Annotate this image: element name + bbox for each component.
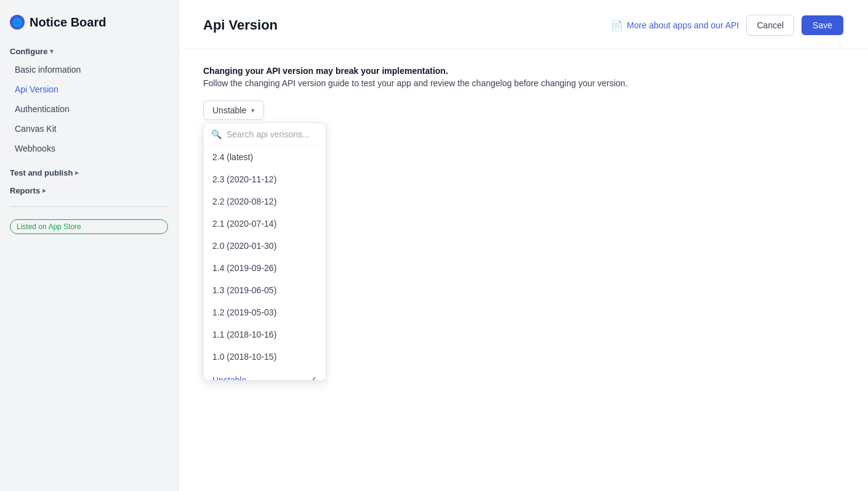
version-list-item[interactable]: 2.0 (2020-01-30) bbox=[204, 235, 326, 257]
search-icon: 🔍 bbox=[211, 129, 222, 139]
header-actions: 📄 More about apps and our API Cancel Sav… bbox=[611, 15, 843, 36]
chevron-down-icon: ▾ bbox=[50, 47, 54, 55]
version-list: 2.4 (latest)2.3 (2020-11-12)2.2 (2020-08… bbox=[204, 146, 326, 380]
main-body: Changing your API version may break your… bbox=[179, 49, 868, 137]
search-container: 🔍 bbox=[204, 123, 326, 146]
version-dropdown-trigger[interactable]: Unstable ▾ bbox=[203, 100, 264, 120]
warning-text: Changing your API version may break your… bbox=[203, 66, 843, 76]
save-button[interactable]: Save bbox=[802, 15, 843, 35]
sub-text: Follow the changing API version guide to… bbox=[203, 78, 843, 88]
chevron-right-icon: ▸ bbox=[75, 169, 79, 177]
cancel-button[interactable]: Cancel bbox=[746, 15, 794, 36]
sidebar-item-canvas-kit[interactable]: Canvas Kit bbox=[0, 119, 178, 139]
app-store-badge: Listed on App Store bbox=[10, 219, 168, 234]
version-list-item[interactable]: 1.1 (2018-10-16) bbox=[204, 323, 326, 346]
version-list-item[interactable]: 2.1 (2020-07-14) bbox=[204, 213, 326, 235]
sidebar-divider bbox=[10, 206, 168, 207]
page-title: Api Version bbox=[203, 17, 278, 33]
version-list-item[interactable]: 1.3 (2019-06-05) bbox=[204, 279, 326, 301]
version-list-item[interactable]: 1.0 (2018-10-15) bbox=[204, 346, 326, 368]
sidebar-item-basic-information[interactable]: Basic information bbox=[0, 60, 178, 79]
version-list-item[interactable]: 2.4 (latest) bbox=[204, 146, 326, 168]
search-input[interactable] bbox=[227, 129, 318, 139]
main-header: Api Version 📄 More about apps and our AP… bbox=[179, 0, 868, 49]
more-api-link[interactable]: 📄 More about apps and our API bbox=[611, 20, 739, 31]
version-list-item[interactable]: 1.2 (2019-05-03) bbox=[204, 301, 326, 323]
chevron-down-icon: ▾ bbox=[251, 107, 255, 115]
version-dropdown-wrapper: Unstable ▾ 🔍 2.4 (latest)2.3 (2020-11-12… bbox=[203, 100, 264, 120]
sidebar-item-api-version[interactable]: Api Version bbox=[0, 79, 178, 99]
version-list-item[interactable]: 1.4 (2019-09-26) bbox=[204, 257, 326, 279]
version-dropdown-panel: 🔍 2.4 (latest)2.3 (2020-11-12)2.2 (2020-… bbox=[203, 123, 326, 381]
reports-section[interactable]: Reports ▸ bbox=[0, 181, 178, 199]
test-and-publish-section[interactable]: Test and publish ▸ bbox=[0, 163, 178, 181]
version-list-item[interactable]: 2.3 (2020-11-12) bbox=[204, 168, 326, 190]
app-title: 🌐 Notice Board bbox=[0, 10, 178, 42]
globe-icon: 🌐 bbox=[10, 15, 25, 30]
configure-section[interactable]: Configure ▾ bbox=[0, 42, 178, 60]
chevron-right-icon: ▸ bbox=[42, 187, 46, 195]
version-list-item[interactable]: 2.2 (2020-08-12) bbox=[204, 190, 326, 213]
sidebar: 🌐 Notice Board Configure ▾ Basic informa… bbox=[0, 0, 179, 491]
main-content: Api Version 📄 More about apps and our AP… bbox=[179, 0, 868, 491]
version-list-item[interactable]: Unstable✓ bbox=[204, 368, 326, 380]
document-icon: 📄 bbox=[611, 20, 623, 31]
sidebar-item-webhooks[interactable]: Webhooks bbox=[0, 139, 178, 158]
sidebar-item-authentication[interactable]: Authentication bbox=[0, 99, 178, 119]
check-icon: ✓ bbox=[309, 374, 317, 380]
